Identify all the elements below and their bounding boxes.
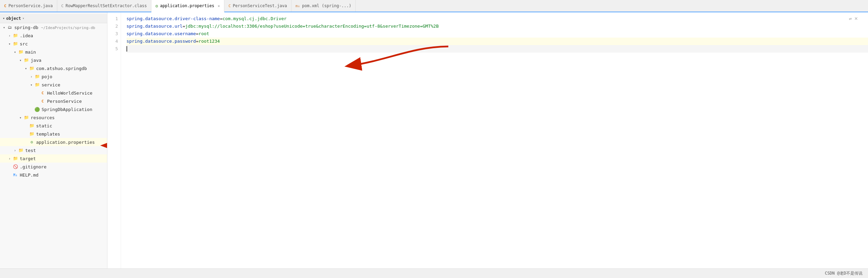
code-line-4: spring.datasource.password=root1234 (126, 38, 868, 45)
editor-area[interactable]: 1 2 3 4 5 spring.datasource.driver-class… (107, 12, 868, 268)
line-num-3: 3 (107, 30, 118, 38)
tree-item-spring-db-app[interactable]: 🟢 SpringDbApplication (0, 105, 107, 113)
tree-item-idea[interactable]: 📁 .idea (0, 31, 107, 40)
pojo-folder-icon: 📁 (34, 73, 40, 80)
tree-arrow (18, 116, 23, 120)
tree-arrow (23, 67, 29, 70)
tab-pom-icon: m↓ (296, 4, 300, 8)
code-value: com.mysql.cj.jdbc.Driver (223, 15, 287, 23)
tree-item-hello-world-service[interactable]: C HelloWorldService (0, 89, 107, 97)
project-header-dropdown: ▾ (22, 16, 24, 20)
tree-item-help-md[interactable]: M↓ HELP.md (0, 171, 107, 179)
tab-close-button[interactable]: ✕ (218, 4, 220, 8)
tab-label: PersonServiceTest.java (233, 3, 287, 8)
tree-label: .gitignore (20, 164, 46, 169)
tree-item-src[interactable]: 📁 src (0, 40, 107, 48)
code-line-1: spring.datasource.driver-class-name=com.… (126, 15, 868, 23)
tab-class-icon: C (61, 4, 64, 8)
service-folder-icon: 📁 (34, 82, 40, 88)
close-editor-icon[interactable]: ✕ (854, 15, 858, 22)
tab-label: pom.xml (spring-...) (302, 3, 351, 8)
tree-label: java (31, 58, 41, 63)
java-folder-icon: 📁 (23, 57, 29, 63)
tab-application-properties[interactable]: ⚙ application.properties ✕ (151, 0, 224, 12)
bottom-bar: CSDN @老D不是传说 (0, 268, 868, 278)
tree-arrow (29, 83, 34, 87)
tree-label: PersonService (47, 99, 82, 104)
line-num-2: 2 (107, 23, 118, 30)
src-folder-icon: 📁 (12, 41, 18, 47)
folder-icon: 📁 (18, 49, 24, 55)
tab-bar: C PersonService.java C RowMapperResultSe… (0, 0, 868, 12)
tree-item-target[interactable]: 📁 target (0, 154, 107, 163)
main-content: ▾ object ▾ 🗂 spring-db ~/IdeaProjects/sp… (0, 12, 868, 268)
code-key: spring.datasource.password (126, 38, 196, 45)
project-sidebar[interactable]: ▾ object ▾ 🗂 spring-db ~/IdeaProjects/sp… (0, 12, 107, 268)
properties-icon: ⚙ (29, 139, 35, 145)
tree-arrow (12, 149, 18, 152)
tree-label: SpringDbApplication (42, 107, 92, 112)
cursor (126, 46, 127, 52)
md-icon: M↓ (12, 172, 18, 178)
package-folder-icon: 📁 (29, 65, 35, 71)
tab-person-service-test[interactable]: C PersonServiceTest.java (224, 0, 291, 12)
tree-item-pojo[interactable]: 📁 pojo (0, 72, 107, 81)
tree-item-application-properties[interactable]: ⚙ application.properties (0, 138, 107, 146)
tree-item-static[interactable]: 📁 static (0, 122, 107, 130)
code-value: root1234 (198, 38, 220, 45)
code-key: spring.datasource.url (126, 23, 182, 30)
tree-item-resources[interactable]: 📁 resources (0, 113, 107, 122)
line-num-1: 1 (107, 15, 118, 23)
tree-item-java[interactable]: 📁 java (0, 56, 107, 64)
tree-arrow (18, 58, 23, 62)
tab-label: PersonService.java (9, 3, 53, 8)
line-num-5: 5 (107, 45, 118, 53)
tree-item-root[interactable]: 🗂 spring-db ~/IdeaProjects/spring-db (0, 23, 107, 31)
tree-label: main (25, 50, 36, 55)
project-header[interactable]: ▾ object ▾ (0, 14, 107, 23)
tab-test-icon: C (228, 4, 231, 8)
tree-label: target (20, 156, 36, 161)
tree-item-gitignore[interactable]: 🚫 .gitignore (0, 163, 107, 171)
tree-label: pojo (42, 74, 52, 79)
tab-pom-xml[interactable]: m↓ pom.xml (spring-...) (291, 0, 356, 12)
tab-label: application.properties (160, 3, 214, 8)
tree-label: application.properties (36, 140, 95, 145)
code-value: jdbc:mysql://localhost:3306/eshop?useUni… (185, 23, 439, 30)
tree-label: test (25, 148, 36, 153)
code-key: spring.datasource.username (126, 30, 196, 38)
tree-item-com-atshuo[interactable]: 📁 com.atshuo.springdb (0, 64, 107, 72)
tree-arrow (1, 26, 7, 29)
tree-arrow (7, 42, 12, 46)
static-folder-icon: 📁 (29, 123, 35, 129)
project-header-label: object (6, 16, 21, 21)
target-folder-icon: 📁 (12, 155, 18, 162)
tree-arrow (7, 34, 12, 38)
tree-item-main[interactable]: 📁 main (0, 48, 107, 56)
java-class-icon-2: C (40, 98, 46, 104)
line-num-4: 4 (107, 38, 118, 45)
tree-label: HELP.md (20, 172, 39, 178)
editor-top-right: ⇌ ✕ (849, 15, 858, 22)
tree-label: com.atshuo.springdb (36, 66, 87, 71)
tree-item-test[interactable]: 📁 test (0, 146, 107, 154)
tree-item-service[interactable]: 📁 service (0, 81, 107, 89)
tree-label: .idea (20, 33, 33, 38)
bottom-bar-text: CSDN @老D不是传说 (825, 270, 863, 276)
folder-icon: 🗂 (7, 24, 13, 30)
tree-label: resources (31, 115, 55, 120)
java-class-icon: C (40, 90, 46, 96)
soft-wrap-icon[interactable]: ⇌ (849, 16, 852, 21)
tab-person-service-java[interactable]: C PersonService.java (0, 0, 57, 12)
tree-arrow (29, 75, 34, 79)
tree-label: HelloWorldService (47, 91, 92, 96)
code-area[interactable]: spring.datasource.driver-class-name=com.… (121, 12, 868, 268)
resources-folder-icon: 📁 (23, 114, 29, 121)
line-numbers: 1 2 3 4 5 (107, 12, 121, 268)
code-line-5 (126, 45, 868, 53)
tree-label: static (36, 123, 52, 128)
project-header-arrow: ▾ (3, 16, 5, 20)
tab-rowmapper[interactable]: C RowMapperResultSetExtractor.class (57, 0, 151, 12)
tree-item-templates[interactable]: 📁 templates (0, 130, 107, 138)
tree-item-person-service[interactable]: C PersonService (0, 97, 107, 105)
